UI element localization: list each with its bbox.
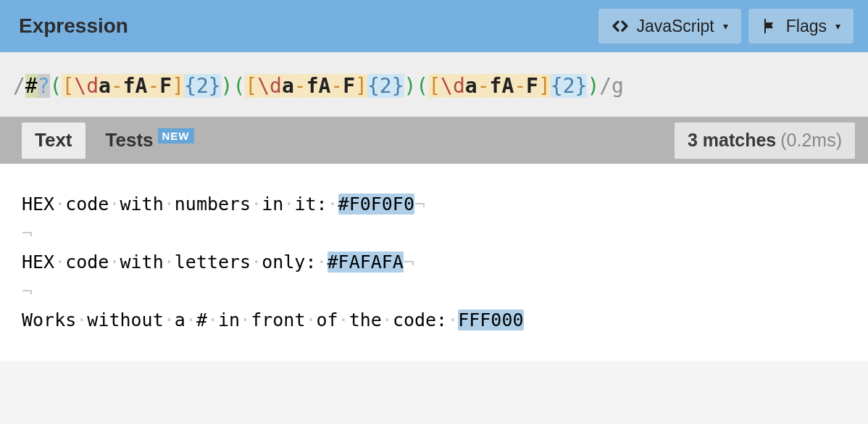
regex-set-open: [: [245, 74, 257, 98]
regex-quantifier: ?: [38, 74, 50, 98]
text-word: code:: [393, 309, 447, 331]
regex-quant-num: 2: [563, 74, 575, 98]
whitespace-dot-icon: ·: [382, 309, 393, 331]
regex-literal: A: [135, 74, 148, 98]
text-word: in: [218, 309, 240, 331]
match-time-label: (0.2ms): [780, 130, 842, 151]
regex-quant-close: }: [392, 74, 404, 98]
header-bar: Expression JavaScript ▾ Flags ▾: [0, 0, 868, 52]
regex-quant-close: }: [575, 74, 588, 98]
regex-group-close: ): [221, 74, 233, 98]
regex-escape: \d: [441, 74, 465, 98]
text-input[interactable]: HEX·code·with·numbers·in·it:·#F0F0F0¬¬HE…: [0, 164, 868, 361]
eol-icon: ¬: [414, 194, 425, 215]
regex-match: FFF000: [458, 309, 523, 331]
regex-set-close: ]: [172, 74, 184, 98]
regex-match: #FAFAFA: [327, 252, 404, 273]
text-line: HEX·code·with·letters·only:·#FAFAFA¬: [22, 248, 846, 277]
match-count: 3 matches (0.2ms): [675, 122, 855, 159]
text-line: HEX·code·with·numbers·in·it:·#F0F0F0¬: [22, 190, 846, 219]
whitespace-dot-icon: ·: [76, 309, 87, 331]
expression-area: /#?([\da-fA-F]{2})([\da-fA-F]{2})([\da-f…: [0, 52, 868, 117]
regex-quant-open: {: [551, 74, 563, 98]
tab-tests-label: Tests: [106, 129, 154, 151]
whitespace-dot-icon: ·: [316, 252, 327, 273]
regex-range: -: [330, 74, 343, 98]
regex-escape: \d: [257, 74, 282, 98]
tabs: Text Tests NEW: [22, 122, 207, 159]
text-word: without: [87, 309, 163, 331]
flavor-button[interactable]: JavaScript ▾: [598, 9, 740, 43]
eol-icon: ¬: [22, 223, 33, 244]
regex-literal: a: [99, 74, 111, 98]
text-word: code: [65, 252, 109, 273]
header-buttons: JavaScript ▾ Flags ▾: [598, 9, 854, 43]
whitespace-dot-icon: ·: [251, 194, 262, 215]
text-word: with: [120, 252, 164, 273]
text-word: numbers: [175, 194, 251, 215]
whitespace-dot-icon: ·: [447, 309, 458, 331]
page-title: Expression: [19, 14, 128, 38]
regex-literal: A: [501, 74, 514, 98]
regex-close-delim: /: [599, 74, 612, 98]
whitespace-dot-icon: ·: [327, 194, 338, 215]
whitespace-dot-icon: ·: [283, 194, 294, 215]
regex-open-delim: /: [13, 74, 25, 98]
text-word: HEX: [22, 252, 54, 273]
regex-range: -: [111, 74, 123, 98]
regex-escape: \d: [74, 74, 99, 98]
tab-text[interactable]: Text: [22, 122, 85, 159]
whitespace-dot-icon: ·: [109, 252, 120, 273]
text-word: the: [349, 309, 382, 331]
regex-match: #F0F0F0: [338, 194, 414, 215]
regex-range: -: [514, 74, 526, 98]
whitespace-dot-icon: ·: [305, 309, 316, 331]
text-line: Works·without·a·#·in·front·of·the·code:·…: [22, 306, 846, 335]
whitespace-dot-icon: ·: [338, 309, 349, 331]
text-word: with: [120, 194, 164, 215]
flags-button[interactable]: Flags ▾: [748, 9, 854, 43]
regex-literal: f: [306, 74, 319, 98]
tab-tests[interactable]: Tests NEW: [93, 122, 207, 159]
tabs-row: Text Tests NEW 3 matches (0.2ms): [0, 117, 868, 164]
new-badge: NEW: [158, 128, 194, 144]
whitespace-dot-icon: ·: [164, 252, 175, 273]
text-line: ¬: [22, 277, 846, 306]
whitespace-dot-icon: ·: [109, 194, 120, 215]
regex-range: -: [147, 74, 159, 98]
regex-set-close: ]: [355, 74, 367, 98]
regex-group-open: (: [416, 74, 428, 98]
regex-group-close: ): [404, 74, 417, 98]
chevron-down-icon: ▾: [723, 20, 728, 32]
whitespace-dot-icon: ·: [164, 194, 175, 215]
code-icon: [612, 17, 629, 35]
text-word: it:: [294, 194, 327, 215]
regex-set-open: [: [62, 74, 74, 98]
whitespace-dot-icon: ·: [240, 309, 251, 331]
regex-literal: #: [25, 74, 38, 98]
regex-literal: f: [490, 74, 502, 98]
regex-group-open: (: [233, 74, 245, 98]
eol-icon: ¬: [22, 280, 33, 302]
text-word: HEX: [22, 194, 54, 215]
text-word: code: [65, 194, 109, 215]
flag-icon: [761, 17, 779, 35]
text-word: a: [175, 309, 185, 331]
regex-group-open: (: [50, 74, 62, 98]
tab-text-label: Text: [35, 129, 72, 151]
text-word: letters: [175, 252, 251, 273]
regex-quant-open: {: [367, 74, 380, 98]
eol-icon: ¬: [404, 252, 414, 273]
whitespace-dot-icon: ·: [54, 252, 65, 273]
flags-label: Flags: [786, 17, 827, 36]
expression-input[interactable]: /#?([\da-fA-F]{2})([\da-fA-F]{2})([\da-f…: [13, 74, 855, 98]
regex-set-open: [: [428, 74, 441, 98]
regex-literal: a: [465, 74, 477, 98]
regex-quant-close: }: [209, 74, 221, 98]
regex-literal: F: [159, 74, 172, 98]
regex-set-close: ]: [538, 74, 551, 98]
text-line: ¬: [22, 219, 846, 248]
regex-quant-open: {: [184, 74, 196, 98]
chevron-down-icon: ▾: [835, 20, 840, 32]
regex-literal: F: [343, 74, 355, 98]
